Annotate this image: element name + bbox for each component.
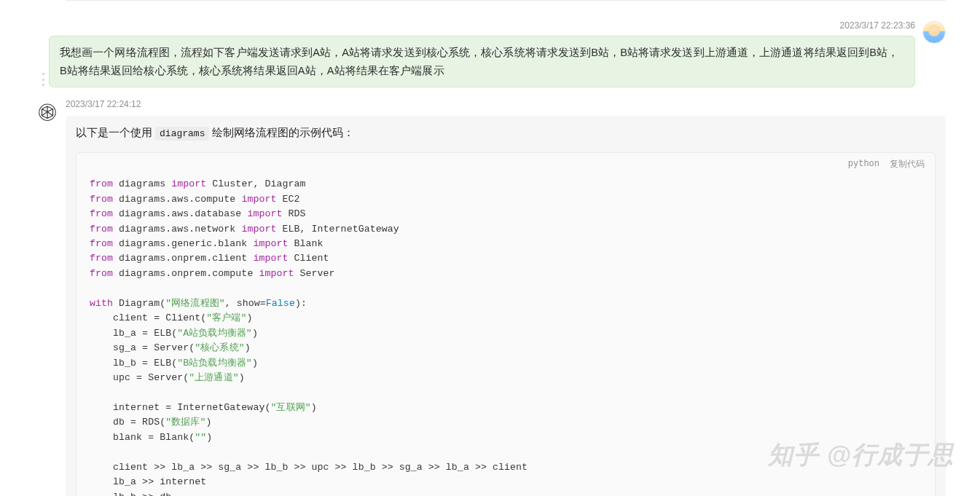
intro-prefix: 以下是一个使用 [76,127,155,138]
openai-logo-icon [36,102,58,124]
divider [66,0,946,1]
intro-inline-code: diagrams [155,127,209,141]
copy-code-button[interactable]: 复制代码 [890,157,925,171]
code-header: python 复制代码 [77,153,935,174]
message-more-menu-icon[interactable] [40,73,46,86]
assistant-message-row: 2023/3/17 22:24:12 以下是一个使用 diagrams 绘制网络… [36,98,946,496]
code-block: python 复制代码 from diagrams import Cluster… [76,152,936,496]
assistant-message-bubble[interactable]: 以下是一个使用 diagrams 绘制网络流程图的示例代码： python 复制… [66,116,946,496]
assistant-intro-text: 以下是一个使用 diagrams 绘制网络流程图的示例代码： [76,125,936,142]
user-avatar-face [928,25,940,36]
user-message-row: 2023/3/17 22:23:36 我想画一个网络流程图，流程如下客户端发送请… [49,19,946,87]
user-message-bubble[interactable]: 我想画一个网络流程图，流程如下客户端发送请求到A站，A站将请求发送到核心系统，核… [49,36,915,87]
code-language-label: python [848,157,879,171]
user-avatar[interactable] [922,20,946,44]
code-content[interactable]: from diagrams import Cluster, Diagram fr… [77,174,935,496]
user-timestamp: 2023/3/17 22:23:36 [49,19,946,33]
assistant-avatar[interactable] [36,102,58,124]
assistant-timestamp: 2023/3/17 22:24:12 [66,98,946,111]
intro-suffix: 绘制网络流程图的示例代码： [209,127,354,138]
